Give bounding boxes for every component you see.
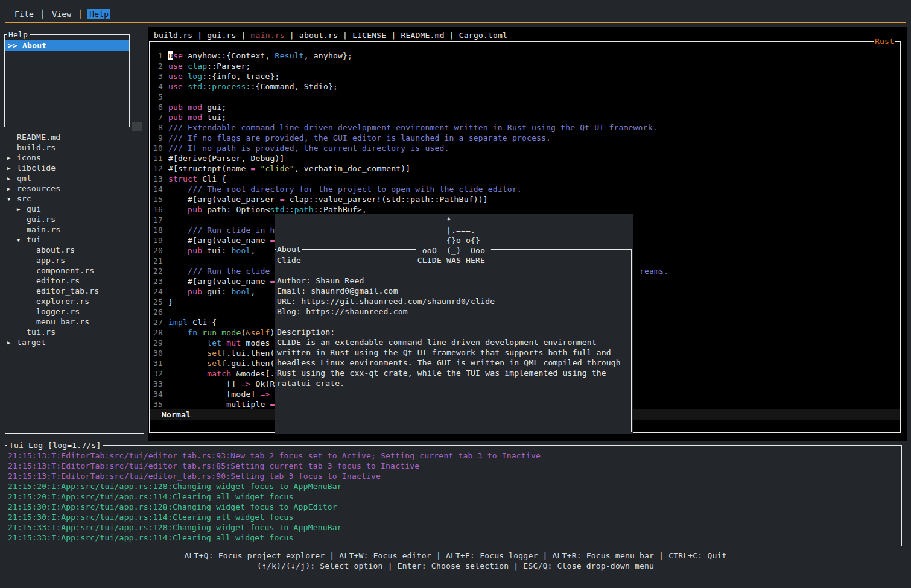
code-segment xyxy=(168,267,188,276)
tree-item-qml[interactable]: ▶qml xyxy=(5,173,144,183)
code-segment: self xyxy=(207,359,226,368)
tab-build.rs[interactable]: build.rs xyxy=(154,31,192,40)
code-segment-tail: reams. xyxy=(640,266,668,276)
code-segment: bool xyxy=(231,246,250,255)
tree-item-resources[interactable]: ▶resources xyxy=(5,183,144,194)
line-number: 32 xyxy=(152,368,163,379)
chevron-right-icon: ▶ xyxy=(7,153,17,163)
tree-item-app.rs[interactable]: app.rs xyxy=(5,255,144,265)
code-line-5[interactable]: 5 xyxy=(152,92,899,102)
code-line-9[interactable]: 9/// If no flags are provided, the GUI e… xyxy=(152,133,899,143)
tree-item-about.rs[interactable]: about.rs xyxy=(5,245,144,255)
tab-separator: | xyxy=(236,31,250,40)
code-segment: use xyxy=(168,62,183,71)
menu-item-help[interactable]: Help xyxy=(87,9,110,19)
editor-mode-indicator: Normal xyxy=(162,410,191,419)
tree-item-editor.rs[interactable]: editor.rs xyxy=(5,276,144,286)
code-segment: /// The root directory for the project t… xyxy=(188,185,522,194)
about-ascii-art: * |.===. {}o o{} -ooO--(_)--Ooo- xyxy=(416,215,491,256)
log-entry: 21:15:30:I:App:src/tui/app.rs:114:Cleari… xyxy=(8,512,901,522)
code-segment: u xyxy=(168,51,173,60)
code-segment: /// Run the clide xyxy=(188,267,270,276)
tree-indent-spacer xyxy=(27,276,36,276)
code-line-16[interactable]: 16 pub path: Option<std::path::PathBuf>, xyxy=(152,204,899,215)
log-entry: 21:15:13:T:EditorTab:src/tui/editor_tab.… xyxy=(8,461,901,471)
code-segment: impl xyxy=(168,318,188,327)
code-line-11[interactable]: 11#[derive(Parser, Debug)] xyxy=(152,153,899,163)
tab-gui.rs[interactable]: gui.rs xyxy=(207,31,236,40)
log-entry: 21:15:33:I:App:src/tui/app.rs:128:Changi… xyxy=(8,522,901,533)
line-number: 9 xyxy=(152,133,163,143)
line-number: 33 xyxy=(152,379,163,389)
code-line-15[interactable]: 15 #[arg(value_parser = clap::value_pars… xyxy=(152,194,899,204)
tree-item-main.rs[interactable]: main.rs xyxy=(5,224,144,235)
code-segment xyxy=(183,113,188,122)
code-line-6[interactable]: 6pub mod gui; xyxy=(152,102,899,112)
code-line-13[interactable]: 13struct Cli { xyxy=(152,174,899,184)
code-line-4[interactable]: 4use std::process::{Command, Stdio}; xyxy=(152,81,899,92)
tree-item-tui[interactable]: ▼tui xyxy=(5,235,144,245)
tab-README.md[interactable]: README.md xyxy=(401,31,444,40)
line-number: 30 xyxy=(152,348,163,358)
code-segment: => xyxy=(261,390,270,399)
code-line-14[interactable]: 14 /// The root directory for the projec… xyxy=(152,184,899,194)
tree-item-label: menu_bar.rs xyxy=(36,317,89,326)
tree-item-target[interactable]: ▶target xyxy=(5,337,144,347)
code-line-10[interactable]: 10/// If no path is provided, the curren… xyxy=(152,143,899,153)
shortcut-help-footer: ALT+Q: Focus project explorer | ALT+W: F… xyxy=(0,551,911,571)
code-segment: run_mode xyxy=(202,328,241,337)
line-number: 16 xyxy=(152,204,163,215)
tab-Cargo.toml[interactable]: Cargo.toml xyxy=(459,31,507,40)
tree-item-gui[interactable]: ▶gui xyxy=(5,204,144,214)
line-number: 17 xyxy=(152,215,163,225)
code-line-2[interactable]: 2use clap::Parser; xyxy=(152,61,899,71)
code-segment: modes xyxy=(241,338,270,347)
tree-item-build.rs[interactable]: build.rs xyxy=(5,142,144,153)
line-number: 20 xyxy=(152,245,163,256)
code-line-3[interactable]: 3use log::{info, trace}; xyxy=(152,71,899,81)
code-segment xyxy=(183,62,188,71)
code-segment xyxy=(168,349,207,358)
code-line-12[interactable]: 12#[structopt(name = "clide", verbatim_d… xyxy=(152,163,899,174)
chevron-right-icon: ▶ xyxy=(7,183,17,194)
line-number: 31 xyxy=(152,358,163,368)
tab-LICENSE[interactable]: LICENSE xyxy=(352,31,386,40)
line-number: 35 xyxy=(152,399,163,409)
code-segment: #[arg(value_name xyxy=(168,236,270,245)
code-segment: = xyxy=(250,164,255,173)
explorer-scrollbar-thumb[interactable] xyxy=(132,122,142,131)
code-line-1[interactable]: 1use anyhow::{Context, Result, anyhow}; xyxy=(152,51,899,61)
tree-item-explorer.rs[interactable]: explorer.rs xyxy=(5,296,144,306)
tree-item-tui.rs[interactable]: tui.rs xyxy=(5,327,144,337)
project-explorer-panel[interactable]: README.mdbuild.rs▶icons▶libclide▶qml▶res… xyxy=(5,127,144,434)
code-line-8[interactable]: 8/// Extendable command-line driven deve… xyxy=(152,122,899,133)
tree-item-icons[interactable]: ▶icons xyxy=(5,153,144,163)
menu-item-view[interactable]: View xyxy=(50,9,73,19)
code-line-7[interactable]: 7pub mod tui; xyxy=(152,112,899,122)
tree-item-libclide[interactable]: ▶libclide xyxy=(5,163,144,173)
help-menu-item-about[interactable]: >> About xyxy=(5,40,129,51)
tree-item-menu_bar.rs[interactable]: menu_bar.rs xyxy=(5,317,144,327)
code-segment: pub xyxy=(188,246,202,255)
tree-item-README.md[interactable]: README.md xyxy=(5,132,144,142)
line-number: 3 xyxy=(152,71,163,81)
code-segment: let xyxy=(207,338,221,347)
shortcut-help-line-2: (↑/k)/(↓/j): Select option | Enter: Choo… xyxy=(0,561,911,571)
code-segment: self xyxy=(207,349,226,358)
menu-item-file[interactable]: File xyxy=(13,9,36,19)
tab-about.rs[interactable]: about.rs xyxy=(299,31,338,40)
tree-item-src[interactable]: ▼src xyxy=(5,194,144,204)
menu-bar: File│View│Help xyxy=(5,5,906,23)
code-segment: &modes[. xyxy=(231,369,275,378)
line-number: 27 xyxy=(152,317,163,327)
tree-item-logger.rs[interactable]: logger.rs xyxy=(5,306,144,317)
code-segment: /// If no flags are provided, the GUI ed… xyxy=(168,133,551,142)
tree-item-component.rs[interactable]: component.rs xyxy=(5,265,144,276)
code-segment: match xyxy=(207,369,231,378)
line-number: 19 xyxy=(152,235,163,245)
line-number: 22 xyxy=(152,266,163,276)
tree-item-gui.rs[interactable]: gui.rs xyxy=(5,214,144,224)
tree-item-editor_tab.rs[interactable]: editor_tab.rs xyxy=(5,286,144,296)
log-entry: 21:15:13:T:EditorTab:src/tui/editor_tab.… xyxy=(8,471,901,481)
tab-main.rs[interactable]: main.rs xyxy=(251,31,285,40)
